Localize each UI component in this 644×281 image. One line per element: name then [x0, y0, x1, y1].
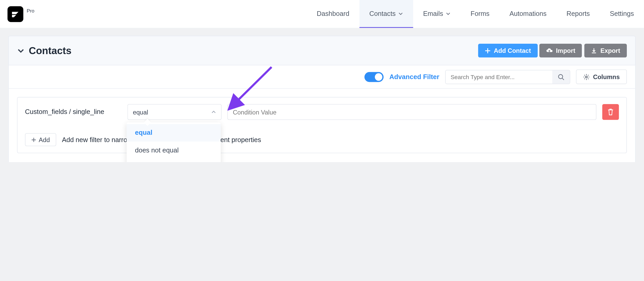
header-actions: Add Contact Import Export [478, 44, 627, 58]
filter-section: Custom_fields / single_line equal equal … [8, 89, 636, 162]
operator-select[interactable]: equal [128, 104, 222, 120]
brand-logo [8, 6, 23, 22]
page-title[interactable]: Contacts [17, 45, 72, 56]
columns-button[interactable]: Columns [576, 69, 627, 84]
filter-row: Custom_fields / single_line equal [25, 104, 619, 120]
brand-logo-icon [11, 9, 20, 18]
toolbar: Advanced Filter Columns [8, 65, 636, 89]
add-contact-button[interactable]: Add Contact [478, 44, 538, 58]
nav-settings[interactable]: Settings [600, 0, 644, 28]
operator-option-equal[interactable]: equal [127, 124, 221, 142]
trash-icon [607, 108, 614, 116]
nav-automations-label: Automations [509, 10, 546, 17]
gear-icon [583, 73, 590, 80]
operator-dropdown: equal does not equal includes does not i… [127, 122, 221, 162]
nav-contacts-label: Contacts [369, 10, 396, 17]
nav-reports[interactable]: Reports [557, 0, 600, 28]
export-button[interactable]: Export [585, 44, 627, 58]
search-wrap [445, 70, 570, 84]
import-label: Import [556, 47, 576, 54]
delete-filter-button[interactable] [602, 104, 619, 120]
advanced-filter-label: Advanced Filter [389, 73, 439, 81]
search-button[interactable] [552, 70, 570, 84]
search-icon [558, 73, 564, 80]
filter-group: Custom_fields / single_line equal equal … [17, 97, 627, 153]
search-input[interactable] [446, 70, 552, 84]
operator-option-not-equal[interactable]: does not equal [127, 142, 221, 159]
cloud-upload-icon [546, 48, 553, 53]
download-icon [591, 48, 597, 53]
nav-forms-label: Forms [471, 10, 490, 17]
brand: Pro [0, 6, 34, 22]
chevron-down-icon [17, 47, 25, 54]
advanced-filter-toggle[interactable] [364, 72, 384, 82]
plus-icon [485, 48, 490, 53]
operator-value: equal [133, 108, 148, 116]
nav-emails-label: Emails [423, 10, 443, 17]
nav-contacts[interactable]: Contacts [359, 0, 413, 28]
condition-value-input[interactable] [228, 104, 597, 120]
filter-field-label: Custom_fields / single_line [25, 108, 122, 116]
chevron-down-icon [398, 11, 403, 16]
main-nav: Dashboard Contacts Emails Forms Automati… [307, 0, 644, 28]
export-label: Export [600, 47, 620, 54]
chevron-up-icon [211, 110, 216, 114]
chevron-down-icon [446, 11, 451, 16]
add-filter-label: Add [39, 136, 50, 143]
page-title-text: Contacts [29, 45, 71, 56]
import-button[interactable]: Import [539, 44, 582, 58]
svg-point-0 [558, 74, 563, 79]
nav-reports-label: Reports [566, 10, 590, 17]
nav-automations[interactable]: Automations [500, 0, 557, 28]
nav-settings-label: Settings [610, 10, 634, 17]
nav-emails[interactable]: Emails [413, 0, 460, 28]
columns-label: Columns [593, 73, 620, 80]
add-filter-button[interactable]: Add [25, 133, 56, 146]
nav-dashboard-label: Dashboard [317, 10, 349, 17]
svg-point-1 [585, 76, 587, 78]
nav-forms[interactable]: Forms [460, 0, 499, 28]
top-nav: Pro Dashboard Contacts Emails Forms Auto… [0, 0, 644, 28]
brand-tier: Pro [27, 8, 34, 14]
add-filter-row: Add Add new filter to narrow down your l… [25, 133, 619, 146]
operator-option-includes[interactable]: includes [127, 159, 221, 162]
add-contact-label: Add Contact [494, 47, 531, 54]
nav-dashboard[interactable]: Dashboard [307, 0, 359, 28]
page-header: Contacts Add Contact Import Export [8, 36, 636, 66]
plus-icon [31, 137, 36, 142]
